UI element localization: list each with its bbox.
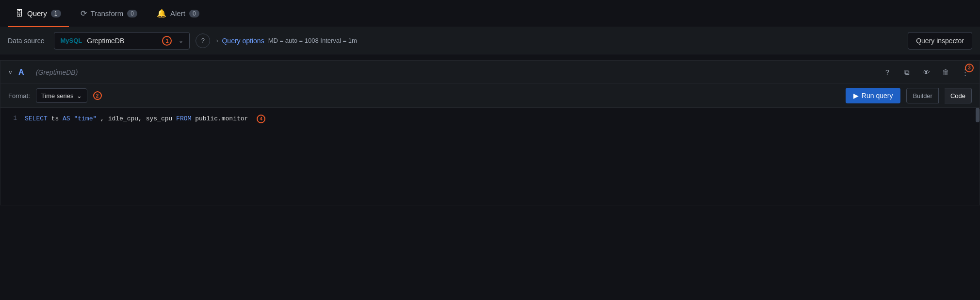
tab-alert-label: Alert	[170, 9, 185, 17]
format-value: Time series	[41, 92, 74, 100]
tab-transform-badge: 0	[127, 10, 137, 17]
query-help-button[interactable]: ?	[881, 66, 894, 79]
code-badge-4: 4	[257, 115, 265, 123]
format-chevron-icon: ⌄	[77, 92, 82, 100]
run-query-button[interactable]: ▶ Run query	[846, 88, 901, 103]
tab-query[interactable]: 🗄 Query 1	[8, 0, 69, 27]
datasource-badge: 1	[162, 36, 172, 46]
query-options-section: › Query options MD = auto = 1008 Interva…	[216, 37, 902, 45]
query-eye-button[interactable]: 👁	[919, 66, 933, 79]
query-options-meta: MD = auto = 1008 Interval = 1m	[268, 37, 357, 44]
tab-alert-badge: 0	[189, 10, 199, 17]
query-sub-toolbar: Format: Time series ⌄ 2 ▶ Run query Buil…	[0, 84, 980, 108]
tab-transform[interactable]: ⟳ Transform 0	[73, 0, 145, 27]
keyword-select: SELECT	[25, 115, 48, 122]
format-label: Format:	[8, 92, 30, 100]
datasource-logo: MySQL	[60, 37, 82, 44]
line-number-1: 1	[0, 115, 25, 122]
code-plain-1: ts	[51, 115, 63, 122]
tab-transform-label: Transform	[91, 9, 124, 17]
code-editor[interactable]: 1 SELECT ts AS "time" , idle_cpu, sys_cp…	[0, 108, 980, 205]
query-letter: A	[18, 68, 30, 77]
datasource-name: GreptimeDB	[87, 37, 157, 45]
copy-icon: ⧉	[904, 68, 910, 77]
query-copy-button[interactable]: ⧉	[900, 66, 914, 79]
keyword-as: AS	[63, 115, 70, 122]
toolbar: Data source MySQL GreptimeDB 1 ⌄ ? › Que…	[0, 27, 980, 54]
keyword-from: FROM	[176, 115, 191, 122]
mysql-icon: MySQL	[60, 37, 82, 44]
alert-icon: 🔔	[157, 9, 166, 18]
chevron-down-icon: ⌄	[179, 37, 183, 44]
datasource-label: Data source	[8, 37, 44, 45]
more-badge: 3	[965, 64, 974, 72]
format-badge: 2	[93, 91, 102, 100]
tab-query-label: Query	[27, 9, 47, 17]
query-icon: 🗄	[16, 9, 23, 18]
query-panel-header: ∨ A (GreptimeDB) ? ⧉ 👁 🗑 ⋮ 3	[0, 61, 980, 84]
builder-button[interactable]: Builder	[906, 88, 938, 103]
datasource-select[interactable]: MySQL GreptimeDB 1 ⌄	[54, 32, 190, 50]
trash-icon: 🗑	[942, 68, 949, 76]
chevron-right-icon: ›	[216, 37, 218, 44]
query-options-button[interactable]: Query options	[222, 37, 264, 45]
query-panel: ∨ A (GreptimeDB) ? ⧉ 👁 🗑 ⋮ 3 Format: Tim…	[0, 60, 980, 205]
eye-icon: 👁	[923, 68, 930, 76]
code-line-1: 1 SELECT ts AS "time" , idle_cpu, sys_cp…	[0, 114, 980, 124]
string-time: "time"	[74, 115, 97, 122]
query-db-label: (GreptimeDB)	[36, 68, 78, 76]
code-content-1: SELECT ts AS "time" , idle_cpu, sys_cpu …	[25, 115, 980, 123]
help-icon: ?	[201, 37, 205, 44]
help-button[interactable]: ?	[196, 33, 210, 48]
collapse-icon[interactable]: ∨	[8, 69, 13, 76]
scrollbar[interactable]	[976, 108, 980, 122]
code-plain-4: public.monitor	[195, 115, 248, 122]
format-select[interactable]: Time series ⌄	[36, 88, 87, 103]
code-button[interactable]: Code	[945, 88, 972, 103]
query-more-button[interactable]: ⋮ 3	[958, 66, 972, 79]
query-delete-button[interactable]: 🗑	[939, 66, 952, 79]
query-help-icon: ?	[885, 68, 889, 76]
run-query-label: Run query	[862, 92, 893, 100]
play-icon: ▶	[853, 92, 859, 100]
code-plain-3: , idle_cpu, sys_cpu	[100, 115, 176, 122]
tab-query-badge: 1	[51, 10, 61, 17]
tab-alert[interactable]: 🔔 Alert 0	[149, 0, 207, 27]
transform-icon: ⟳	[81, 9, 87, 18]
tab-bar: 🗄 Query 1 ⟳ Transform 0 🔔 Alert 0	[0, 0, 980, 27]
query-inspector-button[interactable]: Query inspector	[908, 32, 972, 50]
